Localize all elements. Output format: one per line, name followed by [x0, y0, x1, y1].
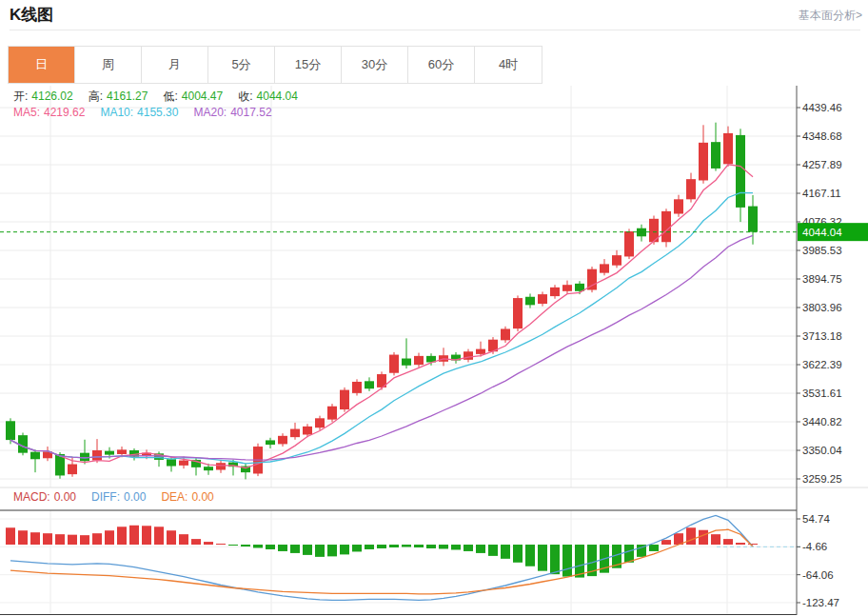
ma5-line — [10, 165, 753, 468]
ma20-line — [10, 235, 753, 460]
y-axis-label: 3259.25 — [802, 473, 842, 485]
tab-15min[interactable]: 15分 — [275, 47, 342, 83]
y-axis-label: 4257.89 — [802, 159, 842, 170]
kline-page: K线图 基本面分析> 日周月5分15分30分60分4时 4439.464348.… — [0, 0, 868, 616]
ma-line-item: MA20:4017.52 — [193, 106, 275, 119]
tab-4hour[interactable]: 4时 — [475, 47, 542, 83]
candles-layer — [6, 123, 758, 480]
ohlc-line-item: 高:4161.27 — [89, 89, 152, 103]
fundamental-analysis-link[interactable]: 基本面分析> — [799, 8, 862, 24]
y-axis-label: 3350.04 — [802, 445, 842, 456]
tab-week[interactable]: 周 — [75, 47, 142, 83]
macd-line-item: DEA:0.00 — [161, 490, 217, 504]
y-axis: 4439.464348.684257.894167.114076.323985.… — [797, 86, 842, 615]
tab-month[interactable]: 月 — [142, 47, 208, 83]
y-axis-label: -123.47 — [802, 597, 839, 608]
y-axis-label: 3803.96 — [802, 302, 842, 313]
y-axis-label: 3894.75 — [802, 273, 842, 285]
ma-readout: MA5:4219.62MA10:4155.30MA20:4017.52 — [13, 106, 287, 119]
y-axis-label: 3440.82 — [802, 416, 842, 427]
y-axis-label: 3713.18 — [802, 330, 842, 342]
y-axis-label: 3531.61 — [802, 387, 842, 399]
y-axis-label: 3622.39 — [802, 359, 842, 370]
ohlc-line-item: 低:4004.47 — [163, 89, 227, 103]
ma-line-item: MA10:4155.30 — [100, 106, 182, 119]
kline-chart-canvas[interactable]: 4439.464348.684257.894167.114076.323985.… — [0, 84, 868, 616]
macd-line-item: DIFF:0.00 — [91, 490, 149, 504]
ohlc-line-item: 开:4126.02 — [13, 89, 77, 103]
y-axis-label: 4348.68 — [802, 130, 842, 142]
tab-60min[interactable]: 60分 — [408, 47, 475, 83]
tab-30min[interactable]: 30分 — [342, 47, 408, 83]
y-axis-label: 54.74 — [802, 513, 830, 525]
y-axis-label: -64.06 — [802, 569, 834, 581]
tab-5min[interactable]: 5分 — [208, 47, 275, 83]
macd-readout: MACD:0.00DIFF:0.00DEA:0.00 — [13, 490, 229, 504]
tab-day[interactable]: 日 — [9, 47, 75, 83]
macd-line-item: MACD:0.00 — [13, 490, 80, 504]
interval-tabbar: 日周月5分15分30分60分4时 — [8, 46, 542, 84]
current-price-label: 4044.04 — [802, 227, 842, 238]
price-tag: 4044.04 — [798, 223, 868, 241]
macd-histogram — [6, 526, 758, 578]
y-axis-label: -4.66 — [802, 541, 827, 552]
header-divider — [10, 30, 860, 30]
y-axis-label: 4439.46 — [802, 102, 842, 113]
ma-line-item: MA5:4219.62 — [13, 106, 89, 119]
pane-separators — [0, 487, 868, 615]
ohlc-readout: 开:4126.02高:4161.27低:4004.47收:4044.04 — [13, 89, 313, 105]
ohlc-line-item: 收:4044.04 — [238, 89, 302, 103]
y-axis-label: 3985.53 — [802, 245, 842, 256]
y-axis-label: 4167.11 — [802, 188, 841, 199]
page-title: K线图 — [10, 4, 53, 26]
kline-chart[interactable]: 4439.464348.684257.894167.114076.323985.… — [0, 84, 868, 616]
